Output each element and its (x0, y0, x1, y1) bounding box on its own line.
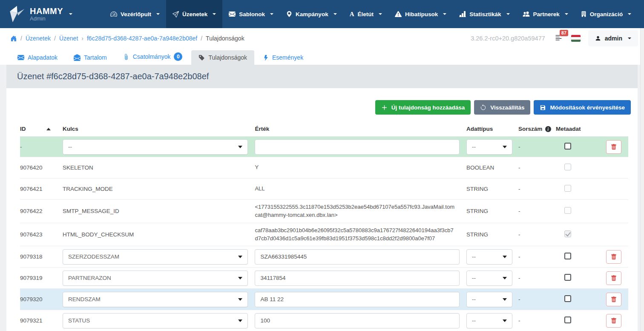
key-select[interactable]: STATUS (63, 313, 248, 328)
delete-row-button[interactable] (606, 271, 621, 285)
brand-menu[interactable]: HAMMY Admin (0, 0, 82, 28)
key-select[interactable]: PARTNERAZON (63, 271, 248, 286)
value-input[interactable] (255, 271, 460, 286)
value-input[interactable] (255, 292, 460, 307)
people-icon (523, 11, 530, 17)
datatype-select[interactable]: -- (466, 271, 512, 286)
tab-esemenyek[interactable]: Események (256, 50, 310, 65)
nav-item-vezerlopult[interactable]: Vezérlőpult (104, 0, 166, 28)
metadata-checkbox[interactable] (564, 253, 571, 259)
tab-label: Alapadatok (28, 54, 58, 61)
column-header-metadata[interactable]: Metaadat (556, 126, 606, 132)
caret-down-icon (238, 319, 242, 322)
column-header-key[interactable]: Kulcs (63, 126, 255, 132)
metadata-checkbox (564, 230, 571, 237)
breadcrumb-link[interactable]: Üzenetek (26, 35, 51, 42)
brand-title: HAMMY (30, 6, 63, 16)
row-datatype: STRING (466, 208, 518, 214)
metadata-checkbox[interactable] (564, 274, 571, 281)
chevron-down-icon (213, 13, 216, 15)
apply-changes-button[interactable]: Módosítások érvényesítése (534, 100, 631, 115)
nav-item-eletut[interactable]: AÉletút (343, 0, 388, 28)
nav-item-hibatipusok[interactable]: Hibatípusok (388, 0, 453, 28)
column-header-id[interactable]: ID (20, 126, 63, 132)
paperclip-icon (123, 54, 129, 60)
key-select[interactable]: SZERZODESSZAM (63, 249, 248, 265)
metadata-checkbox (564, 185, 571, 192)
chevron-down-icon (69, 13, 72, 15)
tab-alapadatok[interactable]: Alapadatok (10, 50, 65, 65)
nav-item-partnerek[interactable]: Partnerek (516, 0, 575, 28)
delete-row-button[interactable] (606, 250, 621, 264)
user-menu[interactable]: admin (588, 30, 638, 46)
datatype-select[interactable]: -- (466, 292, 512, 307)
home-breadcrumb-link[interactable] (10, 35, 17, 42)
table-row: 9076422SMTP_MESSAGE_ID<1773155322555.3c1… (20, 200, 628, 223)
row-id: 9079318 (20, 253, 63, 260)
notifications-button[interactable]: 87 (555, 34, 563, 43)
key-select[interactable]: -- (63, 139, 248, 155)
toolbar: Új tulajdonság hozzáadása Visszaállítás … (6, 88, 638, 121)
tab-label: Tartalom (84, 54, 107, 61)
tab-csatolmanyok[interactable]: Csatolmányok0 (116, 49, 190, 65)
tab-tartalom[interactable]: Tartalom (66, 50, 114, 65)
apply-changes-label: Módosítások érvényesítése (550, 104, 625, 111)
metadata-checkbox[interactable] (564, 295, 571, 302)
vertical-scrollbar[interactable] (640, 28, 644, 331)
column-header-value[interactable]: Érték (255, 126, 466, 132)
column-header-ordinal[interactable]: Sorszám (518, 126, 556, 132)
delete-row-button[interactable] (606, 293, 621, 306)
row-value: caf78aab3bc2901b04b6e26095f32c5a5780883c… (255, 223, 466, 246)
row-id: 9076421 (20, 186, 63, 192)
row-ordinal: - (518, 231, 556, 238)
breadcrumb-separator: › (81, 35, 83, 42)
column-header-label: Érték (255, 126, 269, 132)
plus-icon (381, 104, 388, 111)
tab-tulajdonsagok[interactable]: Tulajdonságok (191, 50, 254, 65)
delete-row-button[interactable] (606, 140, 621, 154)
select-value: -- (472, 144, 476, 150)
chevron-down-icon (628, 13, 631, 15)
top-navbar: HAMMY Admin VezérlőpultÜzenetekSablonokK… (0, 0, 644, 28)
row-id: 9076423 (20, 231, 63, 238)
key-select[interactable]: RENDSZAM (63, 292, 248, 307)
title-band: Üzenet #f6c28d75-d368-4287-ae0a-7a948e2b… (6, 65, 638, 88)
trash-icon (611, 296, 617, 302)
delete-row-button[interactable] (606, 314, 621, 328)
row-ordinal: - (518, 164, 556, 171)
value-input[interactable] (255, 249, 460, 265)
column-header-datatype[interactable]: Adattípus (466, 126, 518, 132)
caret-down-icon (238, 277, 242, 279)
reset-button[interactable]: Visszaállítás (474, 100, 530, 115)
undo-icon (480, 104, 486, 111)
nav-item-statisztikak[interactable]: Statisztikák (453, 0, 516, 28)
geo-pin-icon (286, 11, 292, 17)
metadata-checkbox[interactable] (564, 317, 571, 323)
nav-item-sablonok[interactable]: Sablonok (222, 0, 280, 28)
breadcrumb-link[interactable]: f6c28d75-d368-4287-ae0a-7a948e2b08ef (87, 35, 197, 42)
value-input[interactable] (255, 313, 460, 328)
row-ordinal: - (518, 296, 556, 302)
tab-label: Csatolmányok (133, 53, 171, 60)
value-input[interactable] (255, 139, 460, 155)
hungarian-flag-icon[interactable] (571, 35, 581, 42)
caret-down-icon (503, 256, 507, 258)
add-property-button[interactable]: Új tulajdonság hozzáadása (375, 100, 471, 115)
datatype-select[interactable]: -- (466, 249, 512, 265)
datatype-select[interactable]: -- (466, 139, 512, 155)
row-ordinal: - (518, 317, 556, 324)
column-header-label: Metaadat (556, 126, 581, 132)
table-header-row: ID Kulcs Érték Adattípus Sorszám Metaada… (20, 121, 628, 137)
datatype-select[interactable]: -- (466, 313, 512, 328)
metadata-checkbox[interactable] (564, 143, 571, 150)
select-value: STATUS (68, 317, 90, 324)
properties-table: ID Kulcs Érték Adattípus Sorszám Metaada… (6, 121, 638, 331)
nav-item-kampanyok[interactable]: Kampányok (280, 0, 343, 28)
caret-down-icon (238, 256, 242, 258)
nav-item-organizacio[interactable]: Organizáció (575, 0, 638, 28)
version-label: 3.26.2-rc0+20.g820a59477 (471, 35, 545, 42)
breadcrumb-link[interactable]: Üzenet (59, 35, 78, 42)
breadcrumb-separator: / (54, 35, 56, 42)
bolt-icon (263, 55, 269, 61)
nav-item-uzenetek[interactable]: Üzenetek (166, 0, 222, 28)
